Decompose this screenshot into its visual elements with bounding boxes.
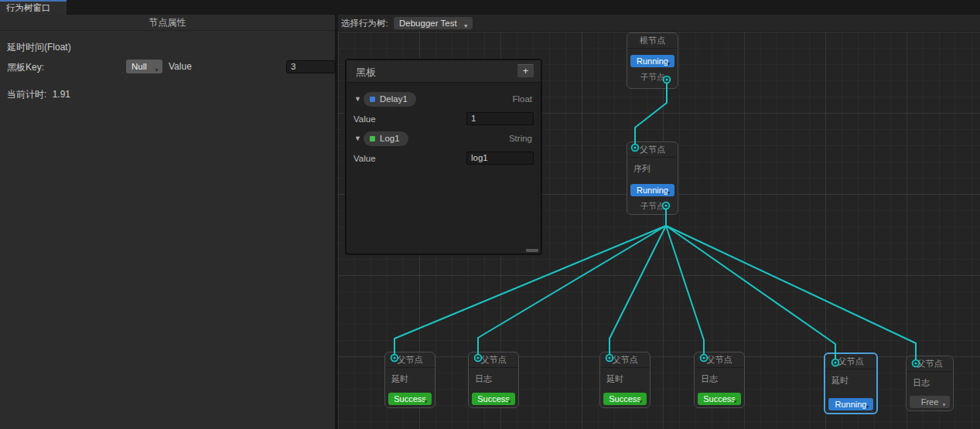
- leaf-node-5[interactable]: 父节点 延时 Running ▼: [824, 352, 878, 414]
- blackboard-key-label: 黑板Key:: [7, 61, 44, 74]
- chevron-down-icon: ▼: [865, 401, 870, 414]
- status-dropdown[interactable]: Free ▼: [910, 396, 950, 408]
- sequence-node[interactable]: 父节点 序列 Running ▼ 子节点: [627, 141, 678, 215]
- node-title: 父节点: [825, 354, 876, 369]
- chevron-down-icon: ▼: [423, 396, 429, 408]
- status-dropdown[interactable]: Running ▼: [630, 55, 674, 67]
- chevron-down-icon: ▼: [666, 187, 671, 199]
- blackboard-value-row: Value 1: [352, 109, 534, 128]
- child-port-label: 子节点: [627, 199, 678, 214]
- status-dropdown[interactable]: Running ▼: [828, 398, 873, 410]
- node-title: 根节点: [627, 33, 678, 49]
- node-type-label: 序列: [627, 158, 678, 182]
- tree-select-dropdown[interactable]: Debugger Test ▼: [394, 17, 473, 29]
- current-timer-value: 1.91: [53, 89, 70, 100]
- type-swatch: [370, 97, 375, 102]
- node-title: 父节点: [627, 142, 678, 158]
- graph-canvas[interactable]: 根节点 Running ▼ 子节点 父节点 序列 Running ▼ 子节点 父…: [338, 32, 980, 429]
- value-label: Value: [169, 61, 192, 72]
- chevron-down-icon: ▼: [666, 58, 671, 70]
- entry-name-pill[interactable]: Delay1: [364, 92, 416, 107]
- tab-bar: 行为树窗口: [0, 0, 980, 15]
- node-type-label: 延时: [385, 368, 435, 390]
- current-timer-label: 当前计时:: [7, 89, 46, 100]
- entry-type-label: String: [509, 134, 534, 143]
- leaf-node-4[interactable]: 父节点 日志 Success ▼: [694, 352, 745, 408]
- type-swatch: [370, 136, 375, 141]
- delay-time-label: 延时时间(Float): [7, 41, 335, 54]
- status-dropdown[interactable]: Running ▼: [630, 184, 674, 196]
- edge-sequence-to-leaf-6: [666, 209, 916, 360]
- graph-area: 选择行为树: Debugger Test ▼ 根节点 Running ▼ 子节点…: [338, 15, 980, 429]
- delay-value-input[interactable]: 3: [286, 60, 336, 73]
- graph-toolbar: 选择行为树: Debugger Test ▼: [338, 15, 980, 32]
- edge-sequence-to-leaf-4: [666, 209, 704, 355]
- node-type-label: 日志: [907, 372, 953, 393]
- node-title: 父节点: [695, 352, 744, 368]
- entry-type-label: Float: [512, 94, 534, 104]
- chevron-down-icon: ▼: [507, 396, 512, 408]
- edge-root-to-sequence: [635, 83, 667, 145]
- blackboard-header: 黑板 +: [347, 60, 541, 83]
- select-tree-label: 选择行为树:: [341, 18, 388, 29]
- node-type-label: 日志: [469, 368, 518, 390]
- tab-behavior-tree-window[interactable]: 行为树窗口: [0, 0, 67, 15]
- leaf-node-6[interactable]: 父节点 日志 Free ▼: [906, 356, 954, 411]
- entry-name-pill[interactable]: Log1: [364, 131, 408, 146]
- status-dropdown[interactable]: Success ▼: [472, 393, 515, 405]
- status-dropdown[interactable]: Success ▼: [603, 393, 647, 405]
- node-title: 父节点: [907, 356, 953, 372]
- node-type-label: 延时: [600, 368, 650, 390]
- node-title: 父节点: [385, 352, 435, 368]
- status-dropdown[interactable]: Success ▼: [388, 393, 432, 405]
- child-port-label: 子节点: [627, 70, 678, 85]
- blackboard-entry: ▼ Delay1 Float: [352, 89, 534, 109]
- leaf-node-1[interactable]: 父节点 延时 Success ▼: [384, 352, 435, 408]
- node-title: 父节点: [600, 352, 650, 368]
- value-label: Value: [352, 154, 376, 163]
- panel-resize-handle[interactable]: [526, 249, 538, 252]
- blackboard-panel: 黑板 + ▼ Delay1 Float Value 1 ▼: [345, 59, 542, 255]
- status-dropdown[interactable]: Success ▼: [698, 393, 741, 405]
- chevron-down-icon: ▼: [154, 63, 159, 77]
- node-title: 父节点: [469, 352, 518, 368]
- edge-sequence-to-leaf-3: [610, 209, 666, 355]
- node-type-label: 日志: [695, 368, 744, 390]
- root-node[interactable]: 根节点 Running ▼ 子节点: [627, 32, 678, 89]
- chevron-down-icon: ▼: [638, 396, 644, 408]
- edge-sequence-to-leaf-5: [666, 209, 835, 359]
- blackboard-key-dropdown[interactable]: Null ▼: [126, 60, 162, 73]
- blackboard-entry: ▼ Log1 String: [352, 128, 534, 148]
- leaf-node-3[interactable]: 父节点 延时 Success ▼: [599, 352, 650, 408]
- node-inspector-panel: 节点属性 延时时间(Float) 黑板Key: Null ▼ Value 3 当…: [0, 15, 336, 429]
- entry-value-input[interactable]: log1: [466, 152, 534, 165]
- add-entry-button[interactable]: +: [517, 64, 534, 78]
- leaf-node-2[interactable]: 父节点 日志 Success ▼: [468, 352, 519, 408]
- blackboard-title: 黑板: [356, 66, 376, 80]
- node-type-label: 延时: [825, 369, 876, 396]
- blackboard-value-row: Value log1: [352, 148, 534, 168]
- chevron-down-icon: ▼: [941, 399, 947, 411]
- chevron-down-icon: ▼: [732, 396, 738, 408]
- value-label: Value: [352, 114, 376, 124]
- chevron-down-icon[interactable]: ▼: [352, 134, 364, 142]
- chevron-down-icon: ▼: [463, 20, 469, 32]
- entry-value-input[interactable]: 1: [466, 112, 534, 125]
- inspector-header: 节点属性: [0, 15, 335, 31]
- chevron-down-icon[interactable]: ▼: [352, 95, 364, 103]
